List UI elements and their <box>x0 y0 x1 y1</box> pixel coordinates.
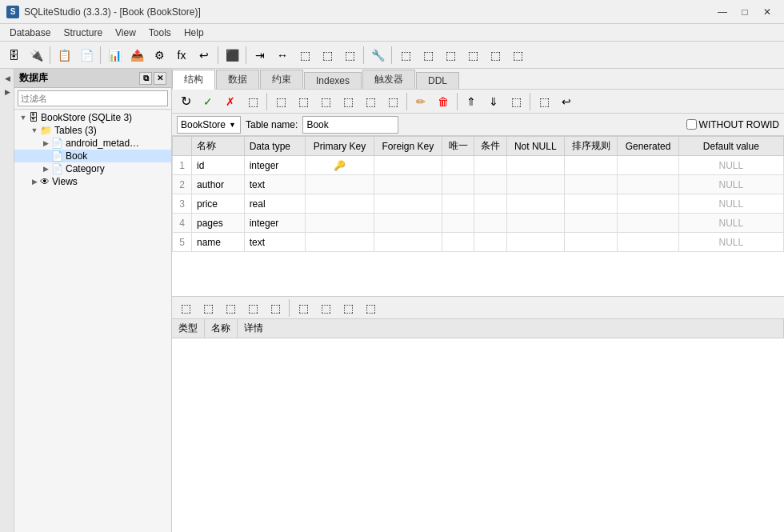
maximize-button[interactable]: □ <box>734 4 755 20</box>
cell-notnull <box>506 214 564 233</box>
ct-btn-13[interactable]: ⬚ <box>506 91 526 112</box>
sidebar-header: 数据库 ⧉ ✕ <box>14 69 171 88</box>
bt-btn-2[interactable]: ⬚ <box>198 298 218 318</box>
table-row[interactable]: 1 id integer 🔑 NULL <box>173 156 784 175</box>
menu-view[interactable]: View <box>109 26 142 40</box>
col-header-name: 名称 <box>192 137 245 156</box>
menu-database[interactable]: Database <box>3 26 57 40</box>
toolbar-btn-2[interactable]: 🔌 <box>26 45 46 66</box>
cell-pk <box>306 214 374 233</box>
tree-label-tables: Tables (3) <box>54 125 97 136</box>
ct-btn-movedown[interactable]: ⇓ <box>483 91 504 112</box>
toolbar-btn-17[interactable]: ⬚ <box>395 45 416 66</box>
table-row[interactable]: 5 name text NULL <box>173 233 784 252</box>
toolbar-btn-20[interactable]: ⬚ <box>462 45 483 66</box>
cell-generated <box>618 233 678 252</box>
toolbar-btn-9[interactable]: ↩ <box>194 45 214 66</box>
database-icon: 🗄 <box>29 112 38 123</box>
ct-btn-delete[interactable]: 🗑 <box>433 91 454 112</box>
toolbar-btn-8[interactable]: fx <box>171 45 192 66</box>
toolbar-btn-22[interactable]: ⬚ <box>507 45 528 66</box>
toolbar-btn-5[interactable]: 📊 <box>104 45 125 66</box>
toolbar-btn-6[interactable]: 📤 <box>126 45 147 66</box>
tab-triggers[interactable]: 触发器 <box>362 70 415 89</box>
bt-btn-9[interactable]: ⬚ <box>360 298 381 318</box>
bt-btn-1[interactable]: ⬚ <box>175 298 196 318</box>
toolbar-btn-12[interactable]: ↔ <box>272 45 293 66</box>
bt-btn-7[interactable]: ⬚ <box>315 298 336 318</box>
window-title: SQLiteStudio (3.3.3) - [Book (BookStore)… <box>24 6 201 18</box>
without-rowid-container: WITHOUT ROWID <box>686 119 779 130</box>
toolbar-btn-10[interactable]: ⬛ <box>222 45 242 66</box>
toolbar-btn-18[interactable]: ⬚ <box>418 45 438 66</box>
close-button[interactable]: ✕ <box>757 4 778 20</box>
toolbar-btn-4[interactable]: 📄 <box>76 45 97 66</box>
ct-btn-newcol[interactable]: ⬚ <box>242 91 263 112</box>
toolbar-btn-21[interactable]: ⬚ <box>485 45 506 66</box>
bt-btn-8[interactable]: ⬚ <box>338 298 358 318</box>
ct-btn-8[interactable]: ⬚ <box>338 91 358 112</box>
minimize-button[interactable]: — <box>712 4 733 20</box>
tab-structure[interactable]: 结构 <box>172 70 215 90</box>
toolbar-btn-13[interactable]: ⬚ <box>294 45 315 66</box>
tab-indexes[interactable]: Indexes <box>304 72 362 89</box>
tree-item-bookstore[interactable]: ▼ 🗄 BookStore (SQLite 3) <box>14 111 171 124</box>
menu-structure[interactable]: Structure <box>57 26 109 40</box>
tree-item-android[interactable]: ▶ 📄 android_metad… <box>14 137 171 150</box>
bottom-col-type: 类型 <box>172 319 205 338</box>
bottom-headers: 类型 名称 详情 <box>172 319 784 338</box>
cell-num: 1 <box>173 156 192 175</box>
toolbar-btn-1[interactable]: 🗄 <box>3 45 24 66</box>
ct-btn-refresh[interactable]: ↻ <box>175 91 196 112</box>
table-row[interactable]: 4 pages integer NULL <box>173 214 784 233</box>
cell-generated <box>618 175 678 194</box>
tab-constraints[interactable]: 约束 <box>260 70 303 89</box>
ct-btn-14[interactable]: ⬚ <box>534 91 554 112</box>
database-selector[interactable]: BookStore ▼ <box>177 116 241 134</box>
tree-item-tables[interactable]: ▼ 📁 Tables (3) <box>14 124 171 137</box>
ct-btn-5[interactable]: ⬚ <box>270 91 291 112</box>
ct-btn-rollback[interactable]: ✗ <box>220 91 241 112</box>
cell-name: id <box>192 156 245 175</box>
table-row[interactable]: 2 author text NULL <box>173 175 784 194</box>
views-icon: 👁 <box>40 176 50 187</box>
table-row[interactable]: 3 price real NULL <box>173 194 784 214</box>
sidebar-close-btn[interactable]: ✕ <box>154 72 166 85</box>
sidebar-restore-btn[interactable]: ⧉ <box>139 72 152 85</box>
bt-btn-4[interactable]: ⬚ <box>242 298 263 318</box>
toolbar-btn-7[interactable]: ⚙ <box>149 45 170 66</box>
menu-tools[interactable]: Tools <box>142 26 178 40</box>
vtb-btn-1[interactable]: ◀ <box>1 72 14 85</box>
cell-default: NULL <box>678 233 783 252</box>
main-toolbar: 🗄 🔌 📋 📄 📊 📤 ⚙ fx ↩ ⬛ ⇥ ↔ ⬚ ⬚ ⬚ 🔧 ⬚ ⬚ ⬚ ⬚… <box>0 42 784 69</box>
tab-data[interactable]: 数据 <box>216 70 259 89</box>
ct-btn-moveup[interactable]: ⇑ <box>461 91 482 112</box>
ct-btn-undo[interactable]: ↩ <box>556 91 577 112</box>
bt-btn-5[interactable]: ⬚ <box>265 298 286 318</box>
bt-btn-3[interactable]: ⬚ <box>220 298 241 318</box>
filter-input[interactable] <box>18 90 168 106</box>
toolbar-btn-19[interactable]: ⬚ <box>440 45 461 66</box>
menu-help[interactable]: Help <box>178 26 210 40</box>
ct-btn-10[interactable]: ⬚ <box>382 91 403 112</box>
toolbar-btn-11[interactable]: ⇥ <box>250 45 270 66</box>
tab-ddl[interactable]: DDL <box>416 72 459 89</box>
without-rowid-checkbox[interactable] <box>686 119 697 130</box>
ct-btn-edit[interactable]: ✏ <box>410 91 431 112</box>
ct-btn-7[interactable]: ⬚ <box>315 91 336 112</box>
toolbar-btn-15[interactable]: ⬚ <box>339 45 360 66</box>
cell-fk <box>374 175 442 194</box>
vtb-btn-2[interactable]: ▶ <box>1 86 14 98</box>
tree-item-category[interactable]: ▶ 📄 Category <box>14 162 171 175</box>
tree-item-book[interactable]: 📄 Book <box>14 150 171 162</box>
table-name-input[interactable] <box>302 116 398 134</box>
bt-btn-6[interactable]: ⬚ <box>293 298 314 318</box>
toolbar-btn-3[interactable]: 📋 <box>54 45 74 66</box>
toolbar-btn-14[interactable]: ⬚ <box>317 45 338 66</box>
ct-btn-9[interactable]: ⬚ <box>360 91 381 112</box>
toolbar-btn-16[interactable]: 🔧 <box>367 45 388 66</box>
tree-item-views[interactable]: ▶ 👁 Views <box>14 175 171 188</box>
ct-btn-commit[interactable]: ✓ <box>198 91 218 112</box>
ct-btn-6[interactable]: ⬚ <box>293 91 314 112</box>
table-name-bar: BookStore ▼ Table name: WITHOUT ROWID <box>172 114 784 136</box>
